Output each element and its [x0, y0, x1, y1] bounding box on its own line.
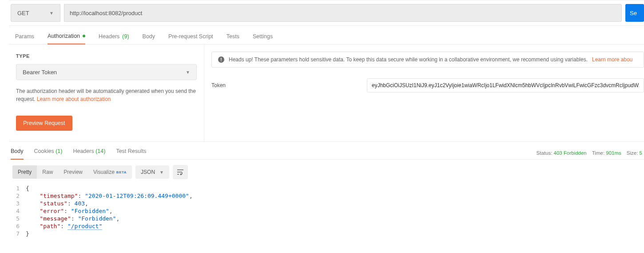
- format-select[interactable]: JSON ▼: [135, 165, 169, 179]
- chevron-down-icon: ▼: [159, 170, 164, 175]
- view-mode-segment: Pretty Raw Preview VisualizeBETA: [12, 165, 132, 179]
- time-value: 901ms: [606, 150, 621, 156]
- wrap-icon: [177, 169, 184, 175]
- auth-type-select[interactable]: Bearer Token ▼: [16, 64, 197, 80]
- tab-settings[interactable]: Settings: [253, 33, 273, 44]
- preview-request-button[interactable]: Preview Request: [16, 116, 72, 131]
- wrap-lines-button[interactable]: [173, 165, 188, 179]
- tab-headers-label: Headers: [99, 33, 119, 40]
- auth-type-label: TYPE: [16, 53, 197, 59]
- resp-tab-cookies[interactable]: Cookies (1): [34, 146, 63, 159]
- request-tabs: Params Authorization Headers (9) Body Pr…: [9, 29, 644, 44]
- token-input[interactable]: [367, 78, 644, 92]
- view-preview[interactable]: Preview: [58, 165, 88, 179]
- response-meta: Status: 403 Forbidden Time: 901ms Size: …: [537, 150, 644, 159]
- status-dot-icon: [83, 35, 85, 37]
- heads-up-text: Heads up! These parameters hold sensitiv…: [229, 56, 588, 63]
- request-url-input[interactable]: [64, 4, 622, 22]
- chevron-down-icon: ▼: [49, 11, 54, 16]
- auth-help-text: The authorization header will be automat…: [16, 87, 197, 103]
- token-label: Token: [211, 82, 367, 88]
- resp-tab-tests[interactable]: Test Results: [116, 146, 146, 159]
- response-body-code[interactable]: 1{2 "timestamp": "2020-01-12T09:26:09.44…: [9, 185, 644, 246]
- auth-type-value: Bearer Token: [23, 69, 57, 76]
- heads-up-banner: ! Heads up! These parameters hold sensit…: [211, 52, 644, 68]
- view-visualize[interactable]: VisualizeBETA: [88, 165, 132, 179]
- resp-tab-headers[interactable]: Headers (14): [73, 146, 105, 159]
- view-pretty[interactable]: Pretty: [12, 165, 37, 179]
- http-method-select[interactable]: GET ▼: [11, 4, 60, 22]
- tab-headers-count: (9): [122, 33, 129, 40]
- http-method-value: GET: [17, 10, 29, 16]
- status-value: 403 Forbidden: [554, 150, 587, 156]
- auth-help-link[interactable]: Learn more about authorization: [37, 96, 111, 102]
- send-button[interactable]: Se: [625, 4, 644, 22]
- tab-authorization-label: Authorization: [48, 33, 80, 39]
- tab-headers[interactable]: Headers (9): [99, 33, 129, 44]
- tab-authorization[interactable]: Authorization: [48, 33, 85, 44]
- beta-badge: BETA: [116, 170, 127, 174]
- tab-prerequest[interactable]: Pre-request Script: [168, 33, 213, 44]
- response-tabs: Body Cookies (1) Headers (14) Test Resul…: [11, 146, 147, 159]
- tab-body[interactable]: Body: [143, 33, 155, 44]
- tab-params[interactable]: Params: [15, 33, 34, 44]
- resp-tab-body[interactable]: Body: [11, 146, 24, 160]
- info-icon: !: [218, 56, 224, 63]
- tab-tests[interactable]: Tests: [227, 33, 239, 44]
- view-raw[interactable]: Raw: [37, 165, 58, 179]
- chevron-down-icon: ▼: [186, 70, 190, 75]
- heads-up-link[interactable]: Learn more abou: [592, 56, 632, 63]
- size-value: 5: [640, 150, 642, 156]
